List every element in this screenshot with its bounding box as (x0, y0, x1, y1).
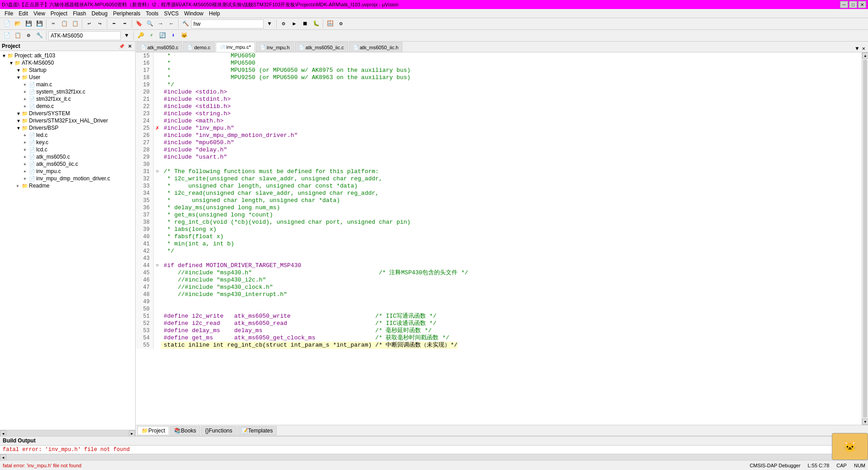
indent-button[interactable]: → (156, 19, 165, 29)
forward-button[interactable]: ➡ (120, 19, 130, 29)
tree-expand-icon[interactable]: + (24, 140, 29, 145)
tree-item-system-stm32f1xx-c[interactable]: +📄system_stm32f1xx.c (1, 88, 134, 95)
sidebar-pin-button[interactable]: 📌 (118, 42, 125, 50)
tree-expand-icon[interactable]: ▼ (16, 68, 22, 73)
build-hscroll-left[interactable]: ◀ (0, 454, 6, 461)
tree-item-ATK-MS6050[interactable]: ▼📁ATK-MS6050 (1, 59, 134, 66)
sidebar-scrollbar[interactable]: ◀ ▶ (0, 430, 135, 436)
tb2-btn2[interactable]: 📋 (13, 31, 23, 41)
tree-expand-icon[interactable]: ▼ (16, 118, 22, 123)
tree-expand-icon[interactable]: + (24, 176, 29, 181)
tree-expand-icon[interactable]: + (24, 147, 29, 152)
menu-item-svcs[interactable]: SVCS (161, 9, 182, 18)
tb2-btn3[interactable]: ⚙ (24, 31, 33, 41)
scroll-right-arrow[interactable]: ▶ (129, 430, 135, 436)
vscroll-bar[interactable]: ▲ ▼ (862, 52, 868, 425)
bottom-tab-project[interactable]: 📁 Project (137, 426, 169, 435)
tree-expand-icon[interactable]: + (24, 155, 29, 160)
build-hscroll-thumb[interactable] (6, 454, 862, 460)
select-button[interactable]: ▼ (264, 19, 274, 29)
tree-expand-icon[interactable]: + (24, 104, 29, 109)
scroll-up-arrow[interactable]: ▲ (862, 52, 868, 59)
tree-expand-icon[interactable]: + (16, 183, 22, 188)
save-all-button[interactable]: 💾 (34, 19, 44, 29)
tree-item-stm32f1xx-it-c[interactable]: +📄stm32f1xx_it.c (1, 95, 134, 103)
menu-item-peripherals[interactable]: Peripherals (110, 9, 143, 18)
tree-item-Readme[interactable]: +📁Readme (1, 182, 134, 189)
undo-button[interactable]: ↩ (84, 19, 94, 29)
paste-button[interactable]: 📋 (70, 19, 80, 29)
hscroll-thumb[interactable] (6, 430, 129, 436)
maximize-button[interactable]: □ (849, 1, 857, 8)
tree-expand-icon[interactable]: + (24, 162, 29, 167)
tree-item-Drivers-BSP[interactable]: ▼📁Drivers/BSP (1, 124, 134, 132)
menu-item-help[interactable]: Help (206, 9, 223, 18)
tb2-btn4[interactable]: 🔧 (34, 31, 44, 41)
tb2-rebuild-btn[interactable]: 🔄 (157, 31, 167, 41)
redo-button[interactable]: ↪ (95, 19, 105, 29)
tree-expand-icon[interactable]: + (24, 133, 29, 138)
tree-expand-icon[interactable]: ▼ (16, 111, 22, 116)
tree-item-main-c[interactable]: +📄main.c (1, 81, 134, 88)
bookmark-button[interactable]: 🔖 (134, 19, 144, 29)
outdent-button[interactable]: ← (166, 19, 176, 29)
tree-expand-icon[interactable]: ▼ (16, 75, 22, 80)
save-button[interactable]: 💾 (24, 19, 33, 29)
build-button[interactable]: 🔨 (180, 19, 190, 29)
tab-inv-mpu-h[interactable]: 📄inv_mpu.h (256, 42, 294, 52)
tb2-dropdown[interactable]: ▼ (122, 31, 132, 41)
windows-button[interactable]: 🪟 (325, 19, 335, 29)
tree-item-key-c[interactable]: +📄key.c (1, 139, 134, 146)
minimize-button[interactable]: ─ (840, 1, 848, 8)
tb2-cat-btn[interactable]: 🐱 (179, 31, 189, 41)
target-input[interactable] (191, 19, 264, 28)
tab-atk-ms6050-iic-c[interactable]: 📄atk_ms6050_iic.c (295, 42, 348, 52)
tree-item-demo-c[interactable]: +📄demo.c (1, 103, 134, 110)
debug-button[interactable]: 🐛 (311, 19, 321, 29)
tree-item-led-c[interactable]: +📄led.c (1, 132, 134, 139)
code-editor[interactable]: 15 * MPU605016 * MPU650017 * MPU9150 (or… (136, 52, 862, 425)
tab-dropdown-arrow[interactable]: ▼ ✕ (854, 45, 867, 52)
collapse-icon[interactable]: ⊖ (156, 262, 159, 269)
scroll-down-arrow[interactable]: ▼ (862, 418, 868, 425)
project-select[interactable] (48, 31, 121, 40)
scroll-left-arrow[interactable]: ◀ (0, 430, 6, 436)
tree-item-Drivers-STM32F1xx-HAL-Driver[interactable]: ▼📁Drivers/STM32F1xx_HAL_Driver (1, 117, 134, 124)
tb2-load-btn[interactable]: ⬇ (168, 31, 178, 41)
open-file-button[interactable]: 📂 (13, 19, 23, 29)
tree-item-Drivers-SYSTEM[interactable]: ▼📁Drivers/SYSTEM (1, 110, 134, 117)
find-button[interactable]: 🔍 (145, 19, 155, 29)
tree-item-Project--atk-f103[interactable]: ▼📁Project: atk_f103 (1, 52, 134, 59)
back-button[interactable]: ⬅ (109, 19, 119, 29)
tree-expand-icon[interactable]: + (24, 89, 29, 94)
bottom-tab-templates[interactable]: 📝 Templates (237, 426, 277, 435)
collapse-icon[interactable]: ⊖ (156, 168, 159, 175)
menu-item-debug[interactable]: Debug (89, 9, 110, 18)
tree-expand-icon[interactable]: ▼ (16, 126, 22, 131)
tree-item-inv-mpu-dmp-motion-driver-c[interactable]: +📄inv_mpu_dmp_motion_driver.c (1, 175, 134, 182)
menu-item-flash[interactable]: Flash (70, 9, 89, 18)
tree-expand-icon[interactable]: + (24, 82, 29, 87)
close-button[interactable]: ✕ (858, 1, 866, 8)
tree-item-User[interactable]: ▼📁User (1, 74, 134, 81)
cut-button[interactable]: ✂ (48, 19, 58, 29)
menu-item-project[interactable]: Project (48, 9, 70, 18)
tree-item-atk-ms6050-c[interactable]: +📄atk_ms6050.c (1, 153, 134, 160)
options-button[interactable]: ⚙ (278, 19, 288, 29)
scroll-thumb[interactable] (863, 60, 867, 418)
tree-item-lcd-c[interactable]: +📄lcd.c (1, 146, 134, 153)
menu-item-view[interactable]: View (31, 9, 48, 18)
tree-expand-icon[interactable]: + (24, 169, 29, 174)
build-output-scrollbar[interactable]: ◀ ▶ (0, 454, 868, 460)
tree-expand-icon[interactable]: ▼ (2, 53, 7, 58)
tb2-select-btn[interactable]: 🔑 (136, 31, 146, 41)
tb2-build-btn[interactable]: ⚡ (146, 31, 156, 41)
tree-expand-icon[interactable]: + (24, 97, 29, 102)
tree-item-Startup[interactable]: ▼📁Startup (1, 66, 134, 74)
gear-icon[interactable]: ⚙ (336, 19, 346, 29)
tree-expand-icon[interactable]: ▼ (9, 61, 14, 66)
copy-button[interactable]: 📋 (59, 19, 69, 29)
run-button[interactable]: ▶ (289, 19, 299, 29)
menu-item-file[interactable]: File (2, 9, 16, 18)
menu-item-tools[interactable]: Tools (143, 9, 161, 18)
